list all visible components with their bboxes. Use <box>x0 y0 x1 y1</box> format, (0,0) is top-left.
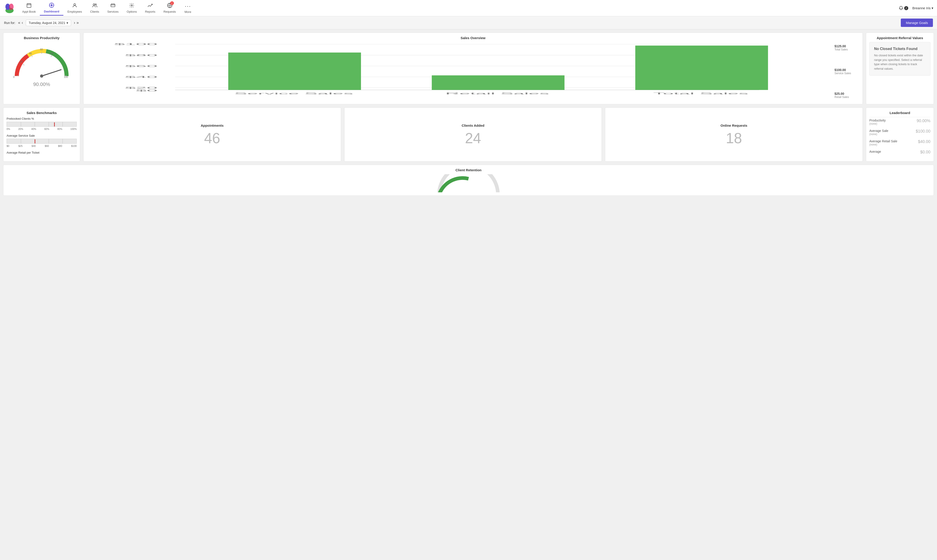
nav-requests-label: Requests <box>163 10 176 13</box>
date-next-arrows: › » <box>73 20 79 25</box>
nav-reports[interactable]: Reports <box>141 1 160 15</box>
avg-service-bar <box>6 139 77 144</box>
lb-productivity-label: Productivity <box>869 118 886 122</box>
bar-chart: $100 $80 $60 $40 $20 $0 <box>87 42 830 101</box>
row2: Sales Benchmarks Prebooked Clients % 0% … <box>3 108 934 162</box>
svg-point-9 <box>51 4 52 6</box>
nav-services[interactable]: Services <box>103 1 123 15</box>
chart-label-service-sales: $100.00 Service Sales <box>834 68 859 75</box>
clients-icon <box>92 3 97 9</box>
lb-title: Leaderboard <box>869 111 931 115</box>
lb-avg-sale-value: $100.00 <box>916 129 931 134</box>
sb-avg-service: Average Service Sale $0 $25 $40 $60 $80 … <box>6 134 77 147</box>
svg-text:Service Sales: Service Sales <box>234 92 353 95</box>
svg-text:Retail Sales: Retail Sales <box>445 92 549 95</box>
prev-arrow[interactable]: ‹ <box>21 20 23 25</box>
lb-row-avg-retail: Average Retail Sale (none) $40.00 <box>869 139 931 146</box>
nav-options[interactable]: Options <box>123 1 141 15</box>
bp-percentage: 90.00% <box>33 82 50 87</box>
lb-avg-sale-label: Average Sale <box>869 129 888 132</box>
nav-appt-book[interactable]: Appt Book <box>18 1 40 15</box>
svg-text:60: 60 <box>40 48 43 51</box>
svg-text:$40: $40 <box>125 75 157 78</box>
date-selector[interactable]: Tuesday, August 24, 2021 ▾ <box>26 20 71 26</box>
prebooked-bar <box>6 122 77 127</box>
nav-reports-label: Reports <box>145 10 155 13</box>
gauge-svg: 0 20 40 60 80 100 <box>10 45 73 80</box>
svg-point-15 <box>93 4 95 5</box>
run-for-bar: Run for: « ‹ Tuesday, August 24, 2021 ▾ … <box>0 16 937 29</box>
user-caret-icon: ▾ <box>932 6 933 10</box>
bell-count: 2 <box>904 6 908 10</box>
appointments-card: Appointments 46 <box>83 108 341 162</box>
user-name[interactable]: Breanne Iris ▾ <box>912 6 933 10</box>
requests-icon: 2 <box>167 3 172 9</box>
appointment-referral-card: Appointment Referral Values No Closed Ti… <box>866 32 934 104</box>
avg-service-labels: $0 $25 $40 $60 $80 $100 <box>6 145 77 147</box>
avg-service-marker <box>35 139 35 143</box>
svg-text:$0: $0 <box>136 89 157 92</box>
employees-icon <box>72 3 77 9</box>
chart-label-total-sales: $125.00 Total Sales <box>834 45 859 51</box>
requests-badge-num: 2 <box>170 2 174 5</box>
nav-options-label: Options <box>127 10 137 13</box>
nav-clients[interactable]: Clients <box>86 1 103 15</box>
bar-service-sales <box>228 52 361 90</box>
svg-text:40: 40 <box>29 52 32 55</box>
options-icon <box>129 3 134 9</box>
arv-inner: No Closed Tickets Found No closed ticket… <box>869 42 931 75</box>
client-retention-card: Client Retention <box>3 165 934 196</box>
cr-gauge-svg <box>435 174 502 192</box>
lb-row-average: Average $0.00 <box>869 150 931 155</box>
appointments-title: Appointments <box>201 123 224 128</box>
prev-prev-arrow[interactable]: « <box>18 20 21 25</box>
svg-line-28 <box>51 55 52 57</box>
nav-requests[interactable]: 2 Requests <box>159 1 180 15</box>
prebooked-marker <box>54 122 55 126</box>
arv-title: Appointment Referral Values <box>869 36 931 40</box>
services-icon <box>110 3 115 9</box>
lb-productivity-sub: (none) <box>869 122 886 125</box>
nav-more[interactable]: ··· More <box>180 1 196 15</box>
manage-goals-button[interactable]: Manage Goals <box>901 18 933 27</box>
cr-title: Client Retention <box>6 168 931 172</box>
gauge-needle <box>42 70 61 76</box>
no-tickets-desc: No closed tickets exist within the date … <box>874 53 926 71</box>
lb-average-label: Average <box>869 150 881 154</box>
svg-point-14 <box>74 4 75 5</box>
sb-avg-retail: Average Retail per Ticket <box>6 151 77 154</box>
bar-retail-sales <box>432 75 565 90</box>
next-next-arrow[interactable]: » <box>76 20 79 25</box>
nav-clients-label: Clients <box>90 10 99 13</box>
bp-title: Business Productivity <box>6 36 77 40</box>
sb-prebooked: Prebooked Clients % 0% 20% 40% 60% 80% 1… <box>6 117 77 130</box>
lb-row-productivity: Productivity (none) 90.00% <box>869 118 931 125</box>
next-arrow[interactable]: › <box>73 20 75 25</box>
svg-text:$20: $20 <box>125 86 157 89</box>
nav-more-label: More <box>185 10 191 14</box>
nav-dashboard-label: Dashboard <box>44 10 59 13</box>
logo <box>4 2 18 14</box>
sales-overview-card: Sales Overview $100 $80 $60 $40 <box>83 32 863 104</box>
svg-point-2 <box>9 4 14 10</box>
row3: Client Retention <box>3 165 934 196</box>
chart-area: $100 $80 $60 $40 $20 $0 <box>87 42 859 101</box>
lb-average-value: $0.00 <box>920 150 931 155</box>
bell-area[interactable]: 2 <box>899 6 908 11</box>
clients-added-title: Clients Added <box>462 123 484 128</box>
row1: Business Productivity <box>3 32 934 104</box>
clients-added-card: Clients Added 24 <box>344 108 602 162</box>
svg-point-16 <box>95 4 96 5</box>
reports-icon <box>147 3 153 9</box>
nav-right: 2 Breanne Iris ▾ <box>899 6 933 11</box>
nav-dashboard[interactable]: Dashboard <box>40 1 63 15</box>
nav-employees[interactable]: Employees <box>63 1 86 15</box>
svg-line-25 <box>23 64 24 65</box>
online-requests-value: 18 <box>726 131 742 146</box>
clients-added-value: 24 <box>465 131 481 146</box>
cr-gauge-area <box>6 174 931 192</box>
bar-chart-svg: $100 $80 $60 $40 $20 $0 <box>87 42 830 98</box>
nav-items: Appt Book Dashboard Employees Clients Se… <box>18 1 899 15</box>
lb-avg-retail-sub: (none) <box>869 143 897 146</box>
main-content: Business Productivity <box>0 29 937 199</box>
